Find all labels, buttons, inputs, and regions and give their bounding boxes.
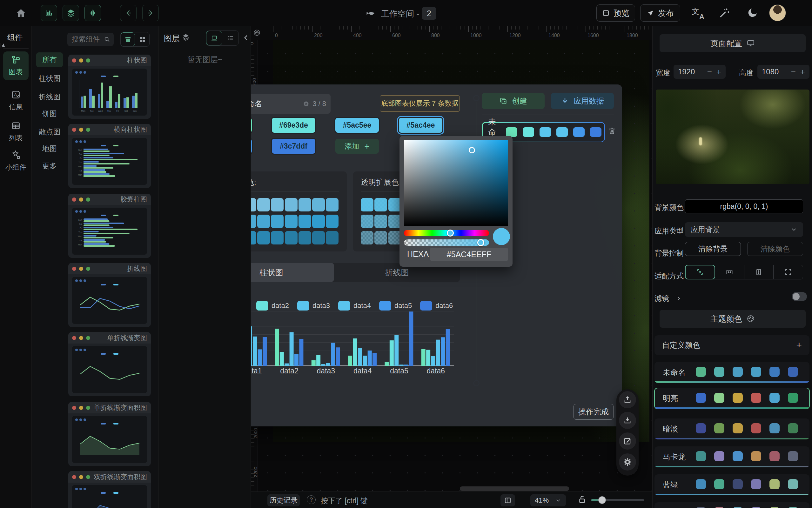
publish-button[interactable]: 发布 <box>640 4 680 22</box>
category-1[interactable]: 所有 <box>36 52 63 67</box>
extension-swatch[interactable] <box>257 231 270 245</box>
sidebar-item-widgets[interactable]: 小组件 <box>3 147 29 175</box>
apply-data-button[interactable]: 应用数据 <box>551 93 614 109</box>
theme-row-马卡龙[interactable]: 马卡龙 <box>654 447 809 467</box>
redo-button[interactable] <box>142 5 159 21</box>
zoom-slider-handle[interactable] <box>598 496 606 504</box>
theme-color-header[interactable]: 主题颜色 <box>659 310 806 328</box>
add-color-button[interactable]: 添加 + <box>335 139 379 154</box>
color-chip[interactable]: #5ac4ee <box>399 118 442 133</box>
fit-width-button[interactable] <box>715 265 744 279</box>
panel-toggle-button[interactable] <box>501 494 515 506</box>
list-view-button[interactable] <box>222 31 239 45</box>
language-button[interactable]: 文 A <box>691 6 705 20</box>
color-chip[interactable]: #69e3de <box>272 118 315 133</box>
chevron-right-icon[interactable] <box>676 294 682 302</box>
layers-tool-button[interactable] <box>62 5 79 21</box>
zoom-select[interactable]: 41% <box>530 494 566 506</box>
preview-button[interactable]: 预览 <box>596 4 635 22</box>
extension-swatch[interactable] <box>299 198 311 211</box>
help-icon[interactable]: ? <box>307 495 316 504</box>
plus-icon[interactable]: + <box>800 67 805 77</box>
transparent-extension-swatch[interactable] <box>361 215 374 228</box>
app-type-select[interactable]: 应用背景 <box>685 222 803 237</box>
filter-toggle[interactable] <box>792 292 807 301</box>
extension-swatch[interactable] <box>326 231 339 245</box>
export-button[interactable] <box>619 391 636 408</box>
plus-icon[interactable]: + <box>796 340 802 350</box>
theme-row-蓝绿[interactable]: 蓝绿 <box>654 474 809 495</box>
transparent-extension-swatch[interactable] <box>374 198 387 211</box>
alpha-handle[interactable] <box>477 239 484 246</box>
category-6[interactable]: 地图 <box>36 144 63 154</box>
transparent-extension-swatch[interactable] <box>374 215 387 228</box>
transparent-extension-swatch[interactable] <box>388 198 401 211</box>
import-button[interactable] <box>619 412 636 429</box>
extension-swatch[interactable] <box>312 215 325 228</box>
component-card[interactable]: 单折线渐变面积图 <box>68 402 151 466</box>
clear-bg-button[interactable]: 清除背景 <box>685 242 741 256</box>
fit-height-button[interactable] <box>744 265 774 279</box>
history-button[interactable]: 历史记录 <box>267 494 300 506</box>
theme-row-未命名[interactable]: 未命名 <box>654 362 809 383</box>
category-4[interactable]: 饼图 <box>36 109 63 119</box>
prism-tool-button[interactable] <box>84 5 101 21</box>
avatar[interactable] <box>769 4 786 21</box>
sidebar-item-info[interactable]: A 信息 <box>3 86 29 115</box>
trash-icon[interactable] <box>607 126 616 135</box>
category-5[interactable]: 散点图 <box>36 127 63 137</box>
sidebar-item-charts[interactable]: 图表 <box>3 51 29 80</box>
fit-auto-button[interactable] <box>685 265 715 279</box>
page-config-header[interactable]: 页面配置 <box>659 34 806 52</box>
box-view-button[interactable] <box>121 32 135 46</box>
chart-tool-button[interactable] <box>41 5 57 21</box>
extension-swatch[interactable] <box>271 198 284 211</box>
component-card[interactable]: 柱状图MonTueWedThuFriSatSun <box>68 55 151 119</box>
undo-button[interactable] <box>120 5 136 21</box>
screen-view-button[interactable] <box>206 31 222 45</box>
component-card[interactable]: 横向柱状图SunSatFriThuWedTueMon <box>68 124 151 188</box>
plus-icon[interactable]: + <box>716 67 721 77</box>
origin-eye-icon[interactable] <box>253 29 261 37</box>
saturation-handle[interactable] <box>469 147 475 153</box>
custom-color-card[interactable]: 自定义颜色 + <box>654 335 809 355</box>
height-stepper[interactable]: 1080 −+ <box>757 65 809 79</box>
extension-swatch[interactable] <box>271 215 284 228</box>
magic-wand-button[interactable] <box>718 7 730 19</box>
grid-view-button[interactable] <box>135 32 149 46</box>
category-2[interactable]: 柱状图 <box>36 74 63 84</box>
component-card[interactable]: 单折线渐变图 <box>68 332 151 396</box>
dark-mode-button[interactable] <box>747 7 758 18</box>
transparent-extension-swatch[interactable] <box>374 231 387 245</box>
done-button[interactable]: 操作完成 <box>573 404 613 420</box>
extension-swatch[interactable] <box>257 215 270 228</box>
category-7[interactable]: 更多 <box>36 161 63 171</box>
color-chip[interactable]: #3c7ddf <box>272 139 315 154</box>
unlock-icon[interactable] <box>577 495 587 504</box>
hue-slider[interactable] <box>404 230 489 236</box>
transparent-extension-swatch[interactable] <box>361 231 374 245</box>
clear-color-button[interactable]: 清除颜色 <box>747 242 803 256</box>
transparent-extension-swatch[interactable] <box>388 215 401 228</box>
extension-swatch[interactable] <box>312 198 325 211</box>
bg-color-swatch[interactable]: rgba(0, 0, 0, 1) <box>685 199 803 213</box>
settings-button[interactable] <box>619 453 636 470</box>
home-button[interactable] <box>15 8 27 19</box>
extension-swatch[interactable] <box>299 215 311 228</box>
search-input[interactable] <box>72 35 103 43</box>
transparent-extension-swatch[interactable] <box>361 198 374 211</box>
transparent-extension-swatch[interactable] <box>388 231 401 245</box>
extension-swatch[interactable] <box>326 198 339 211</box>
search-box[interactable] <box>67 33 114 46</box>
hex-input[interactable] <box>430 248 508 261</box>
fit-stretch-button[interactable] <box>774 265 803 279</box>
sidebar-item-list[interactable]: 列表 <box>3 118 29 146</box>
width-stepper[interactable]: 1920 −+ <box>674 65 726 79</box>
component-card[interactable]: 双折线渐变面积图 <box>68 471 151 508</box>
alpha-slider[interactable] <box>404 240 489 246</box>
extension-swatch[interactable] <box>285 198 298 211</box>
theme-row-明亮[interactable]: 明亮 <box>654 388 809 409</box>
theme-row-暗淡[interactable]: 暗淡 <box>654 419 809 439</box>
background-image-preview[interactable] <box>656 89 809 184</box>
theme-row-partial[interactable] <box>654 502 809 508</box>
